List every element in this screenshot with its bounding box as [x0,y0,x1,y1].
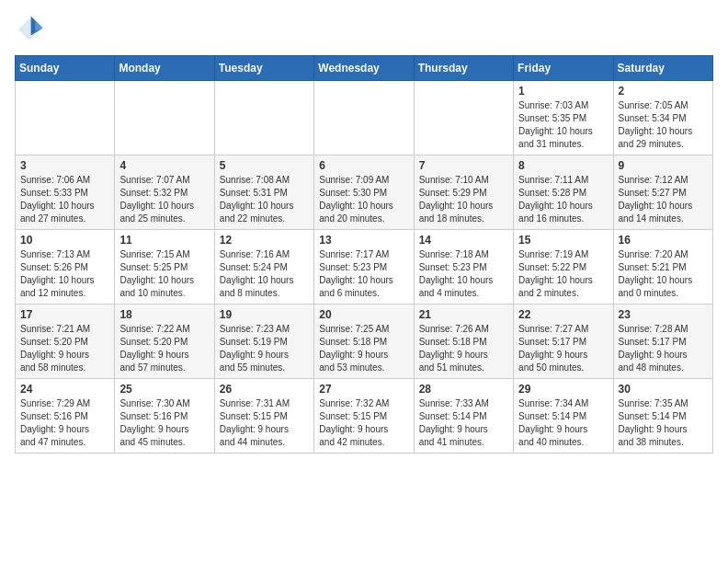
day-info: Sunrise: 7:16 AM Sunset: 5:24 PM Dayligh… [220,248,309,300]
weekday-header: Monday [115,56,214,81]
calendar-cell: 11Sunrise: 7:15 AM Sunset: 5:25 PM Dayli… [115,230,214,304]
calendar-cell: 26Sunrise: 7:31 AM Sunset: 5:15 PM Dayli… [214,379,313,454]
calendar-cell: 21Sunrise: 7:26 AM Sunset: 5:18 PM Dayli… [414,304,513,379]
calendar-cell [115,81,214,155]
day-info: Sunrise: 7:32 AM Sunset: 5:15 PM Dayligh… [319,397,408,449]
day-number: 29 [518,383,608,396]
calendar-cell [16,81,115,155]
day-number: 30 [619,383,708,396]
calendar-cell [314,81,414,155]
logo [15,15,48,44]
day-info: Sunrise: 7:22 AM Sunset: 5:20 PM Dayligh… [119,323,209,374]
day-number: 24 [20,383,109,396]
calendar-header-row: SundayMondayTuesdayWednesdayThursdayFrid… [16,56,713,81]
calendar-cell: 15Sunrise: 7:19 AM Sunset: 5:22 PM Dayli… [514,230,613,304]
day-info: Sunrise: 7:31 AM Sunset: 5:15 PM Dayligh… [220,397,309,449]
calendar-cell: 10Sunrise: 7:13 AM Sunset: 5:26 PM Dayli… [16,230,115,304]
day-info: Sunrise: 7:12 AM Sunset: 5:27 PM Dayligh… [619,174,708,225]
calendar-cell: 4Sunrise: 7:07 AM Sunset: 5:32 PM Daylig… [115,155,214,230]
calendar-cell: 27Sunrise: 7:32 AM Sunset: 5:15 PM Dayli… [314,379,414,454]
day-info: Sunrise: 7:15 AM Sunset: 5:25 PM Dayligh… [119,248,209,300]
calendar-cell: 2Sunrise: 7:05 AM Sunset: 5:34 PM Daylig… [613,81,712,155]
calendar-cell: 16Sunrise: 7:20 AM Sunset: 5:21 PM Dayli… [613,230,712,304]
day-info: Sunrise: 7:28 AM Sunset: 5:17 PM Dayligh… [619,323,708,374]
day-number: 1 [518,85,608,98]
day-info: Sunrise: 7:20 AM Sunset: 5:21 PM Dayligh… [619,248,708,300]
weekday-header: Sunday [16,56,115,81]
day-info: Sunrise: 7:10 AM Sunset: 5:29 PM Dayligh… [419,174,508,225]
day-number: 23 [619,308,708,321]
calendar-week-row: 24Sunrise: 7:29 AM Sunset: 5:16 PM Dayli… [16,379,713,454]
weekday-header: Saturday [613,56,712,81]
day-number: 25 [119,383,209,396]
day-number: 20 [319,308,408,321]
day-info: Sunrise: 7:13 AM Sunset: 5:26 PM Dayligh… [20,248,109,300]
day-info: Sunrise: 7:34 AM Sunset: 5:14 PM Dayligh… [518,397,608,449]
day-number: 6 [319,159,408,172]
calendar-cell: 12Sunrise: 7:16 AM Sunset: 5:24 PM Dayli… [214,230,313,304]
day-number: 8 [518,159,608,172]
day-number: 15 [518,234,608,247]
day-info: Sunrise: 7:21 AM Sunset: 5:20 PM Dayligh… [20,323,109,374]
day-info: Sunrise: 7:17 AM Sunset: 5:23 PM Dayligh… [319,248,408,300]
day-info: Sunrise: 7:29 AM Sunset: 5:16 PM Dayligh… [20,397,109,449]
calendar-cell: 9Sunrise: 7:12 AM Sunset: 5:27 PM Daylig… [613,155,712,230]
day-number: 7 [419,159,508,172]
day-info: Sunrise: 7:05 AM Sunset: 5:34 PM Dayligh… [619,99,708,151]
calendar-cell: 7Sunrise: 7:10 AM Sunset: 5:29 PM Daylig… [414,155,513,230]
calendar-table: SundayMondayTuesdayWednesdayThursdayFrid… [15,55,713,454]
svg-marker-2 [35,20,42,30]
calendar-cell: 6Sunrise: 7:09 AM Sunset: 5:30 PM Daylig… [314,155,414,230]
day-info: Sunrise: 7:23 AM Sunset: 5:19 PM Dayligh… [220,323,309,374]
day-info: Sunrise: 7:33 AM Sunset: 5:14 PM Dayligh… [419,397,508,449]
day-number: 21 [419,308,508,321]
calendar-cell: 19Sunrise: 7:23 AM Sunset: 5:19 PM Dayli… [214,304,313,379]
day-info: Sunrise: 7:07 AM Sunset: 5:32 PM Dayligh… [119,174,209,225]
calendar-cell [414,81,513,155]
day-info: Sunrise: 7:08 AM Sunset: 5:31 PM Dayligh… [220,174,309,225]
calendar-cell: 8Sunrise: 7:11 AM Sunset: 5:28 PM Daylig… [514,155,613,230]
day-number: 28 [419,383,508,396]
calendar-cell: 3Sunrise: 7:06 AM Sunset: 5:33 PM Daylig… [16,155,115,230]
day-info: Sunrise: 7:30 AM Sunset: 5:16 PM Dayligh… [119,397,209,449]
calendar-cell: 18Sunrise: 7:22 AM Sunset: 5:20 PM Dayli… [115,304,214,379]
calendar-week-row: 3Sunrise: 7:06 AM Sunset: 5:33 PM Daylig… [16,155,713,230]
calendar-cell: 17Sunrise: 7:21 AM Sunset: 5:20 PM Dayli… [16,304,115,379]
calendar-cell: 20Sunrise: 7:25 AM Sunset: 5:18 PM Dayli… [314,304,414,379]
day-number: 16 [619,234,708,247]
calendar-week-row: 17Sunrise: 7:21 AM Sunset: 5:20 PM Dayli… [16,304,713,379]
calendar-cell: 13Sunrise: 7:17 AM Sunset: 5:23 PM Dayli… [314,230,414,304]
day-number: 10 [20,234,109,247]
weekday-header: Tuesday [214,56,313,81]
weekday-header: Thursday [414,56,513,81]
day-info: Sunrise: 7:26 AM Sunset: 5:18 PM Dayligh… [419,323,508,374]
day-info: Sunrise: 7:27 AM Sunset: 5:17 PM Dayligh… [518,323,608,374]
day-number: 12 [220,234,309,247]
day-number: 26 [220,383,309,396]
calendar-cell: 23Sunrise: 7:28 AM Sunset: 5:17 PM Dayli… [613,304,712,379]
calendar-cell: 22Sunrise: 7:27 AM Sunset: 5:17 PM Dayli… [514,304,613,379]
weekday-header: Friday [514,56,613,81]
calendar-cell [214,81,313,155]
day-number: 14 [419,234,508,247]
day-info: Sunrise: 7:11 AM Sunset: 5:28 PM Dayligh… [518,174,608,225]
calendar-cell: 24Sunrise: 7:29 AM Sunset: 5:16 PM Dayli… [16,379,115,454]
day-info: Sunrise: 7:19 AM Sunset: 5:22 PM Dayligh… [518,248,608,300]
day-number: 13 [319,234,408,247]
calendar-cell: 14Sunrise: 7:18 AM Sunset: 5:23 PM Dayli… [414,230,513,304]
calendar-week-row: 1Sunrise: 7:03 AM Sunset: 5:35 PM Daylig… [16,81,713,155]
calendar-cell: 1Sunrise: 7:03 AM Sunset: 5:35 PM Daylig… [514,81,613,155]
day-info: Sunrise: 7:03 AM Sunset: 5:35 PM Dayligh… [518,99,608,151]
day-number: 22 [518,308,608,321]
day-number: 19 [220,308,309,321]
calendar-week-row: 10Sunrise: 7:13 AM Sunset: 5:26 PM Dayli… [16,230,713,304]
calendar-cell: 30Sunrise: 7:35 AM Sunset: 5:14 PM Dayli… [613,379,712,454]
day-number: 4 [119,159,209,172]
day-number: 11 [119,234,209,247]
day-info: Sunrise: 7:35 AM Sunset: 5:14 PM Dayligh… [619,397,708,449]
day-number: 9 [619,159,708,172]
day-number: 27 [319,383,408,396]
day-number: 17 [20,308,109,321]
day-info: Sunrise: 7:18 AM Sunset: 5:23 PM Dayligh… [419,248,508,300]
calendar-cell: 5Sunrise: 7:08 AM Sunset: 5:31 PM Daylig… [214,155,313,230]
